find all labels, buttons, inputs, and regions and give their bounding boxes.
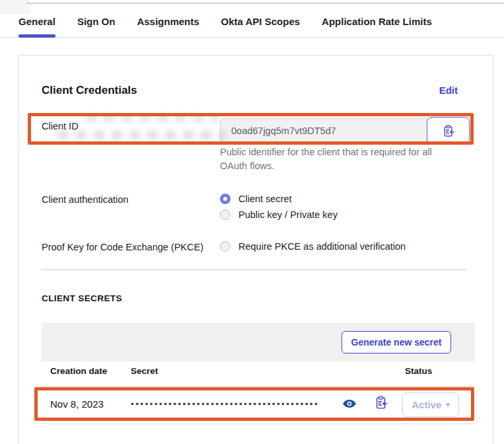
client-credentials-card: Client Credentials Edit Client ID 0oad67…: [18, 55, 493, 444]
copy-secret-button[interactable]: [374, 395, 390, 411]
tab-okta-api-scopes[interactable]: Okta API Scopes: [221, 16, 301, 37]
copy-client-id-button[interactable]: [427, 117, 470, 145]
client-secrets-heading: CLIENT SECRETS: [42, 293, 122, 303]
tab-sign-on[interactable]: Sign On: [77, 16, 116, 37]
edit-link[interactable]: Edit: [439, 85, 458, 96]
client-id-help-text: Public identifier for the client that is…: [220, 145, 452, 173]
radio-selected-icon[interactable]: [220, 194, 231, 204]
section-title-client-credentials: Client Credentials: [42, 84, 137, 97]
radio-option-public-private-key[interactable]: Public key / Private key: [220, 208, 338, 221]
masked-secret-value: ••••••••••••••••••••••••••••••••••••••••: [131, 399, 319, 409]
secret-creation-date: Nov 8, 2023: [50, 398, 104, 410]
radio-option-client-secret[interactable]: Client secret: [220, 192, 292, 205]
client-authentication-label: Client authentication: [42, 194, 128, 205]
checkbox-unchecked-icon[interactable]: [220, 241, 231, 252]
status-dropdown-active[interactable]: Active ▾: [402, 392, 459, 417]
client-id-value-field[interactable]: 0oad67jgq5m7vt9DT5d7: [220, 118, 431, 143]
section-divider: [42, 270, 466, 270]
chevron-down-icon: ▾: [446, 401, 450, 408]
client-id-label: Client ID: [42, 121, 79, 131]
tab-assignments[interactable]: Assignments: [137, 16, 199, 37]
app-tabbar: General Sign On Assignments Okta API Sco…: [0, 4, 504, 38]
tab-general[interactable]: General: [18, 16, 55, 37]
eye-icon[interactable]: [342, 396, 357, 411]
column-header-creation-date: Creation date: [50, 366, 107, 376]
generate-new-secret-button[interactable]: Generate new secret: [342, 331, 451, 353]
radio-label: Public key / Private key: [238, 209, 338, 220]
clipboard-paste-icon: [374, 395, 390, 410]
radio-label: Client secret: [238, 194, 292, 204]
secret-table-row: Nov 8, 2023 ••••••••••••••••••••••••••••…: [42, 386, 475, 424]
okta-app-settings-page: General Sign On Assignments Okta API Sco…: [0, 0, 504, 444]
radio-unselected-icon[interactable]: [220, 209, 231, 220]
secrets-table-header: Creation date Secret Status: [42, 361, 475, 387]
column-header-status: Status: [405, 366, 432, 376]
status-label: Active: [412, 399, 441, 410]
client-secrets-toolbar: Generate new secret: [42, 322, 475, 361]
pkce-label: Proof Key for Code Exchange (PKCE): [42, 242, 203, 252]
pkce-option[interactable]: Require PKCE as additional verification: [220, 240, 406, 253]
clipboard-paste-icon: [442, 124, 455, 137]
tab-application-rate-limits[interactable]: Application Rate Limits: [322, 16, 432, 37]
column-header-secret: Secret: [131, 366, 158, 376]
pkce-option-label: Require PKCE as additional verification: [238, 241, 406, 252]
